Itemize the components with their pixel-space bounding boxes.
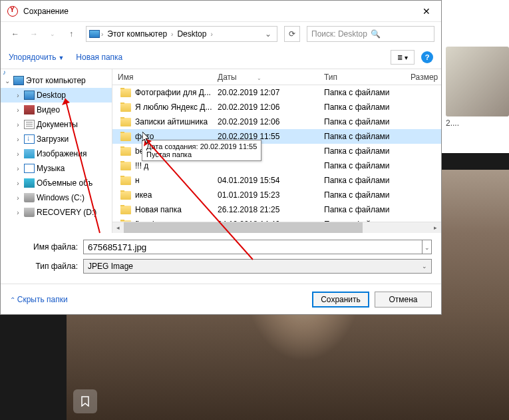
expand-icon[interactable]: › xyxy=(14,209,22,216)
tree-item[interactable]: ›Видео xyxy=(1,103,112,117)
chevron-icon: › xyxy=(210,31,212,38)
file-date: 04.01.2019 15:54 xyxy=(212,176,319,185)
expand-icon[interactable]: › xyxy=(14,194,22,202)
search-input[interactable]: Поиск: Desktop 🔍 xyxy=(307,26,434,42)
tree-label: Видео xyxy=(37,105,60,114)
hide-folders-link[interactable]: Скрыть папки xyxy=(10,295,68,304)
view-mode-button[interactable]: ≣ ▾ xyxy=(391,50,415,65)
nav-up-button[interactable]: ↑ xyxy=(63,26,79,42)
tree-item[interactable]: ›Desktop xyxy=(1,88,112,103)
app-icon xyxy=(7,6,18,17)
tree-label: Музыка xyxy=(37,164,65,173)
file-type: Папка с файлами xyxy=(319,146,405,156)
ico-music xyxy=(24,164,35,173)
file-row[interactable]: икеа01.01.2019 15:23Папка с файлами xyxy=(112,188,441,202)
scroll-right-button[interactable]: ▸ xyxy=(430,222,441,234)
file-type: Папка с файлами xyxy=(319,176,405,185)
breadcrumb-leaf[interactable]: Desktop xyxy=(174,29,209,39)
ico-img xyxy=(24,149,35,158)
refresh-button[interactable]: ⟳ xyxy=(284,26,300,42)
tree-label: Документы xyxy=(37,120,78,129)
expand-icon[interactable]: ⌄ xyxy=(3,77,11,85)
nav-forward-button[interactable]: → xyxy=(26,26,42,42)
file-type: Папка с файлами xyxy=(319,190,405,200)
tree-item[interactable]: ›Музыка xyxy=(1,161,112,176)
file-type: Папка с файлами xyxy=(319,205,405,214)
tree-item[interactable]: ›Windows (C:) xyxy=(1,190,112,205)
file-row[interactable]: Я люблю Яндекс Д...20.02.2019 12:06Папка… xyxy=(112,100,441,114)
new-folder-button[interactable]: Новая папка xyxy=(76,53,122,62)
breadcrumb[interactable]: › Этот компьютер › Desktop › ⌄ xyxy=(86,26,277,42)
tree-item[interactable]: ›Объемные объ xyxy=(1,176,112,190)
search-placeholder: Поиск: Desktop xyxy=(311,29,371,39)
file-type: Папка с файлами xyxy=(319,103,405,112)
expand-icon[interactable]: › xyxy=(14,165,22,172)
ico-3d xyxy=(24,178,35,188)
file-row[interactable]: Фотографии для Д...20.02.2019 12:07Папка… xyxy=(112,85,441,100)
breadcrumb-root[interactable]: Этот компьютер xyxy=(104,29,170,39)
tree-item[interactable]: ⌄Этот компьютер xyxy=(1,73,112,88)
folder-icon xyxy=(120,162,131,170)
tree-label: Windows (C:) xyxy=(37,193,85,202)
tree-label: RECOVERY (D:) xyxy=(37,208,96,217)
tree-label: Объемные объ xyxy=(37,178,92,188)
expand-icon[interactable]: › xyxy=(14,150,22,158)
bookmark-button[interactable] xyxy=(73,389,97,413)
save-button[interactable]: Сохранить xyxy=(312,292,369,308)
folder-icon xyxy=(120,206,131,214)
close-button[interactable]: ✕ xyxy=(411,1,441,21)
file-row[interactable]: н04.01.2019 15:54Папка с файлами xyxy=(112,173,441,188)
filename-dropdown[interactable]: ⌄ xyxy=(423,240,432,254)
nav-back-button[interactable]: ← xyxy=(7,26,23,42)
file-type: Папка с файлами xyxy=(319,88,405,97)
file-name: Фотографии для Д... xyxy=(135,88,211,97)
col-dates[interactable]: Даты⌄ xyxy=(212,73,319,82)
horizontal-scrollbar[interactable]: ◂ ▸ xyxy=(112,222,441,233)
tree-item[interactable]: ›Изображения xyxy=(1,146,112,161)
save-form: Имя файла: ⌄ Тип файла: JPEG Image⌄ xyxy=(1,233,441,284)
tree-label: Изображения xyxy=(37,149,86,158)
folder-icon xyxy=(120,191,131,200)
expand-icon[interactable]: › xyxy=(14,136,22,143)
tree-item[interactable]: ›Документы xyxy=(1,117,112,132)
nav-recent-button[interactable]: ⌄ xyxy=(45,26,61,42)
file-row[interactable]: fix price24.12.2018 14:46Папка с файлами xyxy=(112,217,441,222)
save-dialog: Сохранение ✕ ← → ⌄ ↑ › Этот компьютер › … xyxy=(0,0,442,315)
gallery-thumb[interactable] xyxy=(446,47,509,116)
ico-drive xyxy=(24,208,35,217)
titlebar: Сохранение ✕ xyxy=(1,1,441,22)
folder-icon xyxy=(120,132,131,141)
col-name[interactable]: Имя xyxy=(112,73,212,82)
help-button[interactable]: ? xyxy=(421,51,433,63)
expand-icon[interactable]: › xyxy=(14,92,22,99)
file-type: Папка с файлами xyxy=(319,132,405,141)
ico-video xyxy=(24,105,35,114)
tree-item[interactable]: ›RECOVERY (D:) xyxy=(1,205,112,220)
folder-icon xyxy=(120,89,131,97)
folder-icon xyxy=(120,118,131,126)
filename-input[interactable] xyxy=(83,240,423,254)
file-name: Новая папка xyxy=(135,205,182,214)
organize-menu[interactable]: Упорядочить▼ xyxy=(9,53,64,62)
filename-label: Имя файла: xyxy=(10,242,83,252)
tree-item[interactable]: ›Загрузки xyxy=(1,132,112,146)
folder-tree: ⌄Этот компьютер›Desktop›Видео›Документы›… xyxy=(1,69,112,233)
breadcrumb-dropdown[interactable]: ⌄ xyxy=(262,29,274,39)
col-type[interactable]: Тип xyxy=(319,73,405,82)
scroll-left-button[interactable]: ◂ xyxy=(112,222,124,234)
file-name: н xyxy=(135,176,140,185)
col-size[interactable]: Размер xyxy=(405,73,438,82)
file-row[interactable]: Новая папка26.12.2018 21:25Папка с файла… xyxy=(112,202,441,217)
filetype-select[interactable]: JPEG Image⌄ xyxy=(83,259,432,274)
expand-icon[interactable]: › xyxy=(14,106,22,114)
file-row[interactable]: Записки айтишника20.02.2019 12:06Папка с… xyxy=(112,114,441,129)
file-name: Я люблю Яндекс Д... xyxy=(135,103,212,112)
file-name: икеа xyxy=(135,190,152,200)
search-icon: 🔍 xyxy=(371,29,430,39)
ico-drive xyxy=(24,193,35,202)
expand-icon[interactable]: › xyxy=(14,121,22,128)
cancel-button[interactable]: Отмена xyxy=(375,292,432,308)
expand-icon[interactable]: › xyxy=(14,180,22,187)
scroll-thumb[interactable] xyxy=(124,222,363,234)
tree-label: Этот компьютер xyxy=(26,76,86,85)
